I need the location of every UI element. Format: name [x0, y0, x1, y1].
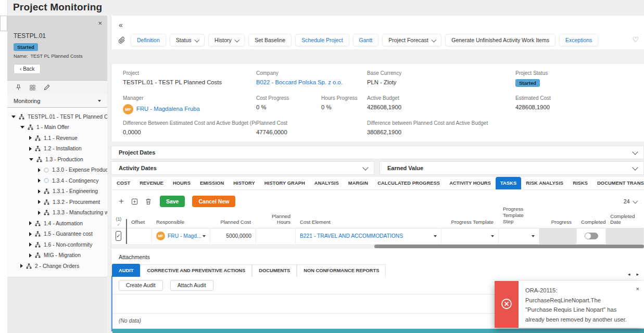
- cancel-new-button[interactable]: Cancel New: [192, 196, 235, 207]
- tab-activity-hours[interactable]: ACTIVITY HOURS: [445, 177, 496, 189]
- caret-right-icon[interactable]: [38, 189, 41, 194]
- schedule-project-button[interactable]: Schedule Project: [296, 34, 348, 46]
- exceptions-button[interactable]: Exceptions: [560, 34, 598, 46]
- grid-icon[interactable]: [30, 85, 35, 91]
- project-summary-card: × TESTPL.01 Started Name: TEST PL Planne…: [7, 16, 107, 80]
- manager-link[interactable]: FRU - Magdalena Fruba: [136, 106, 200, 112]
- progress-template-dropdown-cell[interactable]: [441, 228, 499, 244]
- tree-item-migration[interactable]: MIG - Migration: [7, 250, 107, 261]
- activity-dates-section[interactable]: Activity Dates: [111, 161, 374, 175]
- page-size-selector[interactable]: 24: [624, 198, 637, 204]
- selection-column-header[interactable]: (1) ✓: [111, 216, 126, 228]
- column-completed-date: Completed Date: [606, 213, 644, 228]
- tree-item-change-orders[interactable]: 2 - Change Orders: [7, 261, 107, 272]
- edit-pencil-icon[interactable]: [44, 84, 50, 91]
- tab-risks[interactable]: RISKS: [568, 177, 592, 189]
- tree-item-revenue[interactable]: 1.1 - Revenue: [7, 133, 107, 144]
- planned-hours-cell[interactable]: [256, 228, 296, 244]
- project-dates-section[interactable]: Project Dates: [111, 146, 644, 159]
- caret-down-icon[interactable]: [20, 126, 24, 129]
- progress-template-step-dropdown-cell[interactable]: [499, 228, 539, 244]
- save-button[interactable]: Save: [160, 196, 185, 207]
- collapse-panel-icon[interactable]: «: [119, 21, 123, 29]
- tab-document-transmittals[interactable]: DOCUMENT TRANSMITTALS: [592, 177, 644, 189]
- view-selector[interactable]: Monitoring: [7, 94, 107, 108]
- tab-risk-analysis[interactable]: RISK ANALYSIS: [521, 177, 568, 189]
- tree-item-production[interactable]: 1.3 - Production: [7, 154, 107, 165]
- tasks-table-header: (1) ✓ Offset Responsible Planned Cost Pl…: [111, 210, 644, 228]
- close-icon[interactable]: ×: [98, 20, 102, 27]
- tree-item-installation[interactable]: 1.2 - Installation: [7, 144, 107, 155]
- back-button[interactable]: ‹ Back: [14, 64, 41, 74]
- scrollbar-thumb[interactable]: [374, 245, 644, 248]
- favorite-heart-icon[interactable]: ♡: [632, 35, 639, 44]
- caret-right-icon[interactable]: [38, 200, 41, 204]
- tab-history[interactable]: HISTORY: [229, 177, 260, 189]
- definition-button[interactable]: Definition: [131, 34, 166, 46]
- gantt-button[interactable]: Gantt: [353, 34, 378, 46]
- add-row-icon[interactable]: +: [119, 196, 124, 207]
- company-link[interactable]: B022 - Boccard Polska Sp. z o.o.: [256, 79, 367, 85]
- tab-audit[interactable]: AUDIT: [112, 264, 140, 277]
- tab-hours[interactable]: HOURS: [168, 177, 195, 189]
- responsible-dropdown-cell[interactable]: MF FRU - Magd...: [152, 228, 210, 244]
- caret-right-icon[interactable]: [29, 136, 32, 140]
- caret-right-icon[interactable]: [38, 211, 41, 215]
- planned-cost-cell[interactable]: 5000,0000: [210, 228, 256, 244]
- history-dropdown-button[interactable]: History: [209, 34, 244, 46]
- status-dropdown-button[interactable]: Status: [170, 34, 204, 46]
- offset-cell[interactable]: [126, 228, 152, 244]
- generate-unfinished-activity-work-items-button[interactable]: Generate Unfinished Activity Work Items: [446, 34, 555, 46]
- tree-item-expense-production[interactable]: 1.3.0 - Expense Production: [7, 165, 107, 176]
- set-baseline-button[interactable]: Set Baseline: [249, 34, 291, 46]
- tree-item-label: TESTPL.01 - TEST PL Planned Costs: [28, 114, 107, 120]
- tree-item-automation[interactable]: 1.4 - Automation: [7, 218, 107, 229]
- caret-right-icon[interactable]: [29, 221, 32, 225]
- pin-icon[interactable]: [16, 84, 21, 91]
- duplicate-row-icon[interactable]: [131, 198, 138, 205]
- project-forecast-dropdown-button[interactable]: Project Forecast: [383, 34, 441, 46]
- row-checkbox[interactable]: ✓: [116, 231, 121, 241]
- tab-emission[interactable]: EMISSION: [195, 177, 229, 189]
- tab-corrective-preventive-actions[interactable]: CORRECTIVE AND PREVENTIVE ACTIONS: [140, 264, 252, 277]
- tab-calculated-progress[interactable]: CALCULATED PROGRESS: [373, 177, 445, 189]
- toast-close-icon[interactable]: ×: [636, 284, 639, 294]
- tree-item-label: 1.3.3 - Manufacturing works: [53, 210, 107, 215]
- tree-item-guarantee-cost[interactable]: 1.5 - Guarantee cost: [7, 229, 107, 240]
- create-audit-button[interactable]: Create Audit: [119, 280, 163, 291]
- caret-right-icon[interactable]: [29, 242, 32, 247]
- attach-audit-button[interactable]: Attach Audit: [170, 280, 213, 291]
- tab-analysis[interactable]: ANALYSIS: [310, 177, 344, 189]
- tree-item-contingency[interactable]: 1.3.4 - Contingency: [7, 175, 107, 186]
- delete-row-icon[interactable]: [145, 198, 151, 205]
- tab-scroll-right-icon[interactable]: ▸: [636, 272, 639, 277]
- caret-right-icon[interactable]: [29, 147, 32, 151]
- row-select-cell: ✓: [111, 228, 126, 244]
- tab-cost[interactable]: COST: [112, 177, 135, 189]
- tab-documents[interactable]: DOCUMENTS: [252, 264, 297, 277]
- tree-item-engineering[interactable]: 1.3.1 - Engineering: [7, 186, 107, 197]
- caret-right-icon[interactable]: [29, 253, 32, 258]
- caret-right-icon[interactable]: [29, 232, 32, 236]
- tab-scroll-left-icon[interactable]: ◂: [628, 272, 630, 277]
- earned-value-section[interactable]: Earned Value: [380, 161, 644, 175]
- tree-item-non-conformity[interactable]: 1.6 - Non-conformity: [7, 239, 107, 250]
- attachment-paperclip-icon[interactable]: [118, 36, 125, 44]
- caret-right-icon[interactable]: [38, 168, 41, 172]
- tab-non-conformance-reports[interactable]: NON CONFORMANCE REPORTS: [297, 264, 386, 277]
- cost-element-dropdown-cell[interactable]: B221 - TRAVEL AND ACCOMMODATIONS: [296, 228, 441, 244]
- tree-item-project[interactable]: TESTPL.01 - TEST PL Planned Costs: [7, 111, 107, 122]
- caret-right-icon[interactable]: [38, 178, 41, 183]
- tree-item-procurement[interactable]: 1.3.2 - Procurement: [7, 197, 107, 208]
- field-diff-estimated-active: Difference Between Estimated Cost and Ac…: [123, 120, 256, 143]
- caret-down-icon[interactable]: [11, 116, 16, 118]
- tree-item-main-offer[interactable]: 1 - Main Offer: [7, 122, 107, 133]
- tab-revenue[interactable]: REVENUE: [135, 177, 168, 189]
- tab-margin[interactable]: MARGIN: [344, 177, 373, 189]
- tab-history-graph[interactable]: HISTORY GRAPH: [260, 177, 310, 189]
- caret-right-icon[interactable]: [20, 264, 23, 268]
- caret-down-icon[interactable]: [29, 158, 33, 161]
- tree-item-manufacturing-works[interactable]: 1.3.3 - Manufacturing works: [7, 208, 107, 219]
- completed-toggle[interactable]: [585, 233, 598, 239]
- tab-tasks[interactable]: TASKS: [496, 177, 521, 189]
